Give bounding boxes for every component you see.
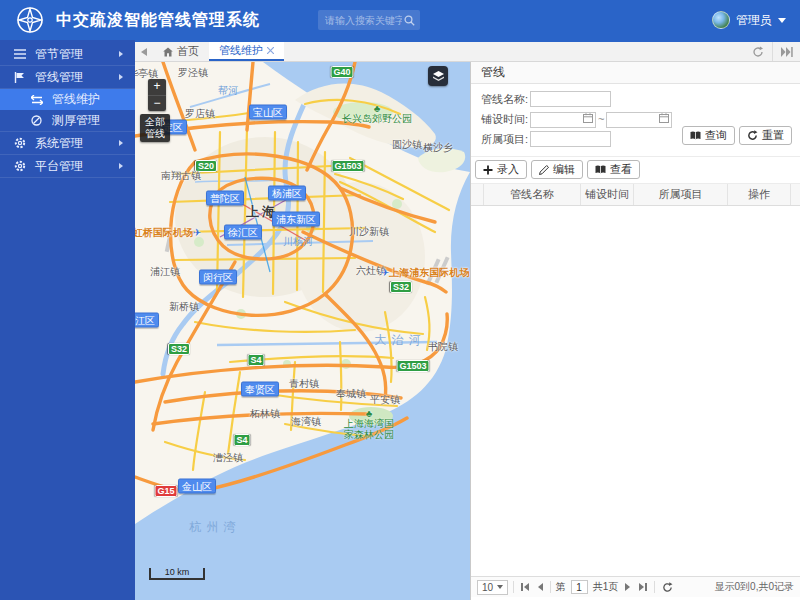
laying-time-end-input[interactable] [606, 112, 672, 128]
map-label: 圆沙镇 [392, 138, 422, 152]
next-page-button[interactable] [623, 583, 632, 591]
chevron-right-icon [119, 51, 123, 57]
chevron-right-icon [119, 163, 123, 169]
district-badge: 闵行区 [199, 270, 237, 285]
road-badge: G1503 [396, 360, 429, 372]
layers-icon [432, 70, 445, 83]
map-label: 川杨河 [283, 235, 313, 249]
map-label: 平安镇 [370, 393, 400, 407]
close-icon[interactable] [267, 47, 274, 54]
road-badge: S4 [233, 434, 250, 446]
gear-icon [12, 160, 27, 172]
last-page-button[interactable] [637, 583, 649, 591]
map-label: 海湾镇 [291, 415, 321, 429]
map-label: 横沙乡 [423, 141, 453, 155]
project-input[interactable] [530, 131, 611, 147]
pipeline-name-label: 管线名称: [471, 92, 528, 107]
table-header-cell[interactable]: 操作 [728, 184, 791, 205]
layers-button[interactable] [428, 66, 448, 86]
gear-icon [12, 137, 27, 149]
sidebar-item-platform-management[interactable]: 平台管理 [0, 155, 135, 178]
plane-icon: ✈ [381, 267, 389, 278]
sidebar-item-pipeline-management[interactable]: 管线管理 [0, 66, 135, 89]
table-header-cell[interactable]: 管线名称 [484, 184, 581, 205]
total-pages: 共1页 [593, 580, 619, 594]
user-name: 管理员 [736, 12, 772, 29]
map-label: 漕泾镇 [213, 451, 243, 465]
map-label: 罗店镇 [185, 107, 215, 121]
pipeline-name-input[interactable] [530, 91, 611, 107]
road-badge: S4 [247, 354, 264, 366]
tab-pipeline-maintenance[interactable]: 管线维护 [209, 42, 284, 61]
refresh-icon[interactable] [660, 582, 675, 593]
page-number-input[interactable] [571, 580, 588, 594]
table-header: 管线名称 铺设时间 所属项目 操作 [471, 184, 800, 206]
sidebar-item-system-management[interactable]: 系统管理 [0, 132, 135, 155]
map-label: ♣长兴岛郊野公园 [342, 104, 412, 124]
sidebar: 管节管理 管线管理 管线维护 [0, 40, 135, 600]
sidebar-item-thickness-management[interactable]: 测厚管理 [0, 110, 135, 131]
road-badge: S32 [390, 281, 412, 293]
plane-icon: ✈ [193, 227, 201, 238]
table-header-cell[interactable]: 铺设时间 [581, 184, 634, 205]
map[interactable]: 华亭镇罗泾镇G40帮河♣长兴岛郊野公园圆沙镇横沙乡宝山区罗店镇嘉定区G1503S… [135, 62, 470, 600]
divider [654, 581, 655, 593]
district-badge: 浦东新区 [272, 212, 320, 227]
table-body-empty [471, 206, 800, 576]
map-zoom-control: + − [148, 79, 166, 111]
map-scale-bar: 10 km [149, 568, 205, 580]
sidebar-item-pipe-section-management[interactable]: 管节管理 [0, 43, 135, 66]
view-button[interactable]: 查看 [587, 160, 640, 179]
page-size-select[interactable]: 10 [477, 580, 508, 595]
sidebar-item-label: 测厚管理 [52, 112, 100, 129]
road-badge: G15 [154, 485, 177, 497]
all-pipelines-button[interactable]: 全部管线 [140, 114, 170, 142]
skip-forward-icon[interactable] [772, 42, 800, 61]
zoom-out-button[interactable]: − [148, 95, 166, 111]
map-label: 南翔古镇 [161, 169, 201, 183]
pagination-summary: 显示0到0,共0记录 [715, 580, 794, 594]
first-page-button[interactable] [519, 583, 531, 591]
add-record-button[interactable]: 录入 [475, 160, 527, 179]
sidebar-item-pipeline-maintenance[interactable]: 管线维护 [0, 89, 135, 110]
map-label: 上海 [246, 203, 278, 221]
content: 华亭镇罗泾镇G40帮河♣长兴岛郊野公园圆沙镇横沙乡宝山区罗店镇嘉定区G1503S… [135, 62, 800, 600]
tree-icon: ♣ [340, 409, 398, 418]
search-input[interactable] [323, 14, 404, 27]
project-label: 所属项目: [471, 132, 528, 147]
district-badge: 普陀区 [206, 191, 244, 206]
sidebar-item-label: 管线管理 [35, 69, 83, 86]
sidebar-submenu: 管线维护 测厚管理 [0, 89, 135, 132]
prev-page-button[interactable] [536, 583, 545, 591]
range-separator: ~ [598, 113, 604, 125]
road-badge: G40 [330, 66, 353, 78]
query-button[interactable]: 查询 [682, 126, 735, 145]
app-window: 中交疏浚智能管线管理系统 管理员 管节管理 [0, 0, 800, 600]
plus-icon [483, 165, 493, 175]
district-badge: 松江区 [135, 313, 159, 328]
edit-button[interactable]: 编辑 [531, 160, 583, 179]
table-header-select [471, 184, 484, 205]
zoom-in-button[interactable]: + [148, 79, 166, 95]
global-search[interactable] [318, 10, 420, 30]
user-menu[interactable]: 管理员 [712, 11, 786, 29]
avatar [712, 11, 730, 29]
district-badge: 奉贤区 [241, 382, 279, 397]
tabs-scroll-left-button[interactable] [135, 42, 153, 61]
map-label: 新桥镇 [169, 300, 199, 314]
refresh-icon [747, 130, 758, 141]
book-icon [690, 131, 701, 140]
search-icon[interactable] [404, 15, 415, 26]
reset-button[interactable]: 重置 [739, 126, 792, 145]
home-icon [163, 47, 173, 57]
table-header-cell[interactable]: 所属项目 [634, 184, 728, 205]
road-badge: S32 [168, 343, 190, 355]
book-icon [595, 165, 606, 174]
district-badge: 宝山区 [249, 105, 287, 120]
laying-time-start-input[interactable] [530, 112, 596, 128]
tab-home[interactable]: 首页 [153, 42, 209, 61]
sidebar-item-label: 管节管理 [35, 46, 83, 63]
exchange-arrows-icon [29, 95, 44, 105]
map-label: 柘林镇 [250, 407, 280, 421]
refresh-icon[interactable] [744, 42, 772, 61]
